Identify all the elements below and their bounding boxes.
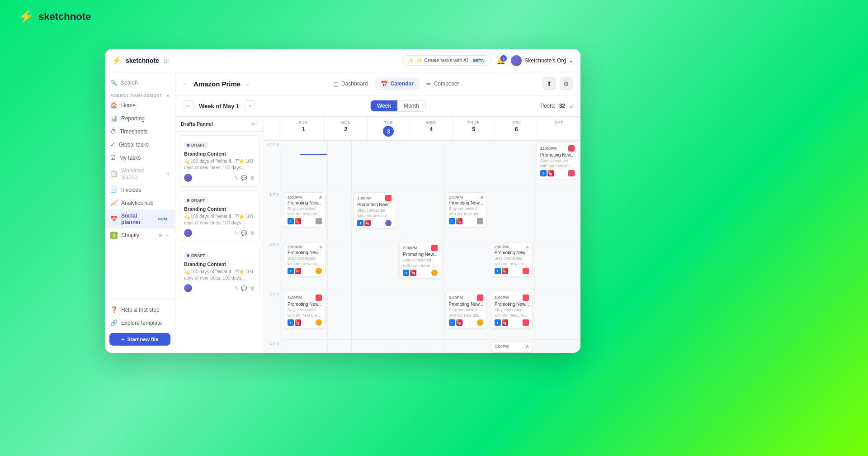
time-cell-mon-4pm[interactable]	[328, 340, 352, 353]
calendar-event[interactable]: 2:00PM A Promoting New... Stay connected…	[491, 242, 533, 277]
calendar-event[interactable]: 4:00PM A	[491, 342, 533, 352]
time-cell-fri-4pm[interactable]: 4:00PM A	[489, 340, 535, 353]
day-header-mon: MON 2	[325, 117, 367, 140]
app-header: ⚡ sketchnote ⊞ ✨ ✨ Create tasks with AI …	[105, 49, 580, 72]
event-footer: f ig	[288, 218, 322, 224]
event-status-icon	[431, 245, 438, 251]
time-cell-sat-3pm[interactable]	[535, 290, 580, 340]
prev-week-button[interactable]: ‹	[183, 100, 193, 111]
time-cell-fri-3pm[interactable]: 3:00PM Promoting New... Stay connected w…	[489, 290, 535, 340]
org-selector[interactable]: Sketchnote's Org ⌄	[511, 55, 573, 66]
drafts-ist-label: IST	[252, 122, 258, 126]
time-cell-fri-1pm[interactable]	[489, 190, 535, 240]
calendar-event[interactable]: 3:00PM Promoting New... Stay connected w…	[284, 292, 326, 328]
draft-card[interactable]: DRAFT Branding Content 💫 100 days of "Wh…	[179, 190, 260, 242]
calendar-event[interactable]: 12:00PM Promoting New... Stay connected …	[537, 142, 578, 179]
time-cell-thu-4pm[interactable]	[443, 340, 489, 353]
sidebar-item-social-planner[interactable]: 📅 Social planner BETA	[105, 209, 175, 228]
time-cell-wed-1pm[interactable]	[397, 190, 443, 240]
project-dropdown-icon[interactable]: ⌄	[245, 81, 250, 87]
tab-dashboard-label: Dashboard	[341, 81, 368, 87]
time-cell-thu-3pm[interactable]: 3:00PM Promoting New... Stay connected w…	[443, 290, 489, 340]
next-week-button[interactable]: ›	[245, 100, 255, 111]
time-cell-sun-4pm[interactable]	[282, 340, 328, 353]
sidebar-item-workload-planner[interactable]: 📋 Workload planner ⇅	[105, 164, 175, 183]
edit-icon[interactable]: ✎	[234, 285, 238, 291]
time-cell-fri-2pm[interactable]: 2:00PM A Promoting New... Stay connected…	[489, 240, 535, 290]
time-cell-tue-2pm[interactable]	[352, 240, 397, 290]
sidebar-item-shopify[interactable]: S Shopify ⊞ ···	[105, 228, 175, 242]
delete-icon[interactable]: 🗑	[250, 285, 255, 291]
edit-icon[interactable]: ✎	[234, 230, 238, 236]
grid-icon[interactable]: ⊞	[164, 57, 169, 64]
start-new-file-button[interactable]: + Start new file	[109, 333, 170, 346]
upload-icon-button[interactable]: ⬆	[542, 77, 556, 90]
time-cell-mon-3pm[interactable]	[328, 290, 352, 340]
tab-composer[interactable]: ✏ Composer	[421, 78, 464, 90]
time-cell-tue-1pm[interactable]: 1:00PM Promoting New... Stay connected w…	[352, 190, 397, 240]
sidebar-item-reporting[interactable]: 📊 Reporting	[105, 112, 175, 125]
event-footer: f ig	[495, 319, 529, 326]
time-cell-fri-12pm[interactable]	[489, 141, 535, 190]
sidebar-item-analytics-hub[interactable]: 📈 Analytics hub	[105, 196, 175, 209]
draft-card[interactable]: DRAFT Branding Content 💫 100 days of "Wh…	[179, 135, 260, 187]
sidebar-item-home[interactable]: 🏠 Home	[105, 99, 175, 112]
calendar-area: Drafts Pannel IST DRAFT Branding Content…	[175, 117, 580, 353]
sidebar-item-help[interactable]: ❓ Help & first step	[105, 303, 175, 316]
shopify-more-icon[interactable]: ···	[166, 233, 170, 238]
calendar-event[interactable]: 3:00PM Promoting New... Stay connected w…	[491, 292, 533, 328]
delete-icon[interactable]: 🗑	[250, 175, 255, 181]
calendar-event[interactable]: 2:00PM 5 Promoting New... Stay connected…	[284, 242, 326, 277]
chevron-up-icon[interactable]: ∧	[166, 93, 170, 98]
notification-button[interactable]: 🔔 2	[496, 56, 505, 65]
comment-icon[interactable]: 💬	[241, 285, 247, 291]
sidebar-item-global-tasks[interactable]: ✓ Global tasks	[105, 138, 175, 151]
filter-icon[interactable]: ⊿	[569, 103, 573, 109]
tab-dashboard[interactable]: ◫ Dashboard	[328, 78, 373, 90]
time-cell-tue-12pm[interactable]	[352, 141, 397, 190]
calendar-event[interactable]: 2:00PM Promoting New... Stay connected w…	[399, 242, 441, 279]
time-cell-wed-3pm[interactable]	[397, 290, 443, 340]
time-cell-thu-2pm[interactable]	[443, 240, 489, 290]
month-view-button[interactable]: Month	[397, 100, 425, 111]
calendar-event[interactable]: 1:00PM A Promoting New... Stay connected…	[284, 192, 326, 227]
tab-calendar[interactable]: 📅 Calendar	[375, 78, 419, 90]
time-cell-sat-2pm[interactable]	[535, 240, 580, 290]
time-cell-mon-12pm[interactable]	[328, 141, 352, 190]
week-view-button[interactable]: Week	[371, 100, 397, 111]
comment-icon[interactable]: 💬	[241, 230, 247, 236]
search-button[interactable]: 🔍 Search	[105, 76, 175, 90]
sidebar-item-invoices[interactable]: 🧾 Invoices	[105, 183, 175, 196]
time-cell-tue-3pm[interactable]	[352, 290, 397, 340]
draft-card[interactable]: DRAFT Branding Content 💫 100 days of "Wh…	[179, 246, 260, 297]
calendar-event[interactable]: 1:00PM A Promoting New... Stay connected…	[445, 192, 487, 227]
content-nav: ◫ Dashboard 📅 Calendar ✏ Composer	[328, 78, 464, 90]
time-cell-mon-2pm[interactable]	[328, 240, 352, 290]
time-cell-sun-12pm[interactable]	[282, 141, 328, 190]
time-cell-wed-2pm[interactable]: 2:00PM Promoting New... Stay connected w…	[397, 240, 443, 290]
delete-icon[interactable]: 🗑	[250, 230, 255, 236]
shopify-add-icon[interactable]: ⊞	[159, 233, 162, 238]
sidebar-item-my-tasks[interactable]: ☑ My tasks	[105, 151, 175, 164]
comment-icon[interactable]: 💬	[241, 175, 247, 181]
settings-icon-button[interactable]: ⚙	[560, 77, 573, 90]
time-cell-thu-12pm[interactable]	[443, 141, 489, 190]
time-cell-sun-1pm[interactable]: 1:00PM A Promoting New... Stay connected…	[282, 190, 328, 240]
sidebar-item-timesheets[interactable]: ⏱ Timesheets	[105, 125, 175, 138]
calendar-event[interactable]: 1:00PM Promoting New... Stay connected w…	[354, 192, 395, 229]
back-button[interactable]: ←	[183, 80, 189, 87]
sidebar-item-explore-template[interactable]: 🔗 Explore template	[105, 316, 175, 329]
time-cell-mon-1pm[interactable]	[328, 190, 352, 240]
create-ai-button[interactable]: ✨ ✨ Create tasks with AI BETA	[402, 55, 491, 66]
time-cell-sat-4pm[interactable]	[535, 340, 580, 353]
time-cell-sun-2pm[interactable]: 2:00PM 5 Promoting New... Stay connected…	[282, 240, 328, 290]
time-cell-tue-4pm[interactable]	[352, 340, 397, 353]
time-cell-sat-12pm[interactable]: 12:00PM Promoting New... Stay connected …	[535, 141, 580, 190]
edit-icon[interactable]: ✎	[234, 175, 238, 181]
time-cell-wed-4pm[interactable]	[397, 340, 443, 353]
time-cell-sun-3pm[interactable]: 3:00PM Promoting New... Stay connected w…	[282, 290, 328, 340]
time-cell-thu-1pm[interactable]: 1:00PM A Promoting New... Stay connected…	[443, 190, 489, 240]
calendar-event[interactable]: 3:00PM Promoting New... Stay connected w…	[445, 292, 487, 328]
time-cell-sat-1pm[interactable]	[535, 190, 580, 240]
time-cell-wed-12pm[interactable]	[397, 141, 443, 190]
